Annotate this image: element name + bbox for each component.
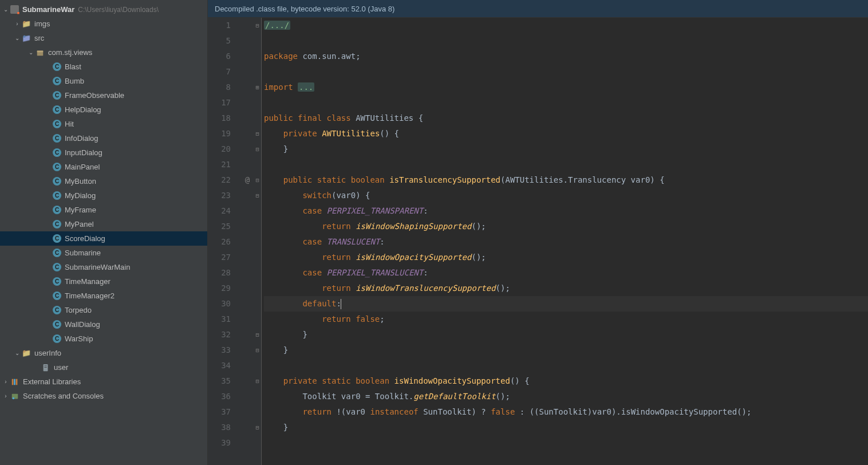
- gutter-marks[interactable]: @: [241, 18, 254, 465]
- class-label: Torpedo: [65, 306, 92, 314]
- class-icon: C: [53, 148, 61, 157]
- class-icon: C: [53, 263, 61, 271]
- chevron-down-icon[interactable]: ⌄: [14, 350, 21, 356]
- svg-rect-5: [12, 379, 14, 385]
- class-icon: C: [53, 320, 61, 329]
- tree-class-scoredialog[interactable]: CScoreDialog: [0, 231, 207, 246]
- code-editor[interactable]: 1567817181920212223242526272829303132333…: [208, 18, 868, 465]
- tree-external-libraries[interactable]: › External Libraries: [0, 375, 207, 389]
- folder-icon: [22, 34, 31, 43]
- class-label: Submarine: [65, 249, 101, 257]
- tree-class-mypanel[interactable]: CMyPanel: [0, 217, 207, 231]
- class-label: InfoDialog: [65, 134, 98, 143]
- chevron-right-icon[interactable]: ›: [14, 21, 21, 27]
- tree-class-timemanager[interactable]: CTimeManager: [0, 274, 207, 289]
- tree-class-mydialog[interactable]: CMyDialog: [0, 188, 207, 203]
- tree-class-infodialog[interactable]: CInfoDialog: [0, 131, 207, 145]
- tree-class-submarine[interactable]: CSubmarine: [0, 246, 207, 260]
- tree-file-user[interactable]: user: [0, 360, 207, 375]
- package-icon: [35, 48, 45, 57]
- class-icon: C: [53, 249, 61, 257]
- tree-class-warship[interactable]: CWarShip: [0, 332, 207, 346]
- svg-rect-6: [14, 379, 15, 385]
- class-icon: C: [53, 206, 61, 214]
- class-label: MyFrame: [65, 206, 96, 214]
- class-icon: C: [53, 105, 61, 114]
- tree-folder-imgs[interactable]: › imgs: [0, 17, 207, 31]
- class-icon: C: [53, 234, 61, 243]
- class-icon: C: [53, 191, 61, 200]
- class-label: WallDialog: [65, 320, 100, 329]
- tree-class-torpedo[interactable]: CTorpedo: [0, 303, 207, 317]
- line-number-gutter[interactable]: 1567817181920212223242526272829303132333…: [208, 18, 241, 465]
- tree-package[interactable]: ⌄ com.stj.views: [0, 45, 207, 60]
- project-name: SubmarineWar: [22, 5, 74, 14]
- class-icon: C: [53, 177, 61, 186]
- tree-folder-userinfo[interactable]: ⌄ userInfo: [0, 346, 207, 360]
- editor-pane: Decompiled .class file, bytecode version…: [208, 0, 868, 465]
- class-label: FrameObservable: [65, 91, 124, 100]
- decompile-notification: Decompiled .class file, bytecode version…: [208, 0, 868, 18]
- svg-point-9: [13, 397, 15, 399]
- svg-rect-7: [16, 379, 18, 385]
- tree-class-mainpanel[interactable]: CMainPanel: [0, 160, 207, 174]
- tree-class-bumb[interactable]: CBumb: [0, 74, 207, 88]
- svg-rect-1: [37, 50, 44, 52]
- chevron-right-icon[interactable]: ›: [2, 393, 9, 399]
- class-label: TimeManager: [65, 277, 111, 286]
- class-label: MyPanel: [65, 220, 94, 228]
- class-label: Hit: [65, 120, 74, 128]
- class-icon: C: [53, 77, 61, 85]
- class-label: Bumb: [65, 77, 84, 85]
- class-icon: C: [53, 291, 61, 300]
- tree-folder-src[interactable]: ⌄ src: [0, 31, 207, 45]
- class-icon: C: [53, 91, 61, 100]
- class-icon: C: [53, 334, 61, 343]
- class-label: WarShip: [65, 334, 93, 343]
- project-path: C:\Users\liuya\Downloads\: [78, 6, 159, 14]
- tree-class-blast[interactable]: CBlast: [0, 60, 207, 74]
- fold-gutter[interactable]: ⊟⊞⊟⊟⊟⊟⊟⊟⊟⊟: [254, 18, 262, 465]
- class-label: SubmarineWarMain: [65, 263, 130, 271]
- library-icon: [10, 377, 19, 387]
- class-icon: C: [53, 306, 61, 314]
- tree-scratches[interactable]: › Scratches and Consoles: [0, 389, 207, 403]
- tree-class-myframe[interactable]: CMyFrame: [0, 203, 207, 217]
- tree-class-frameobservable[interactable]: CFrameObservable: [0, 88, 207, 103]
- svg-rect-4: [44, 367, 46, 368]
- class-label: Blast: [65, 62, 81, 71]
- class-label: ScoreDialog: [65, 234, 105, 243]
- class-icon: C: [53, 163, 61, 171]
- class-icon: C: [53, 120, 61, 128]
- project-icon: [10, 5, 19, 14]
- chevron-down-icon[interactable]: ⌄: [2, 6, 9, 13]
- tree-class-mybutton[interactable]: CMyButton: [0, 174, 207, 188]
- tree-class-walldialog[interactable]: CWallDialog: [0, 317, 207, 332]
- class-label: TimeManager2: [65, 291, 115, 300]
- class-label: MyDialog: [65, 191, 96, 200]
- chevron-down-icon[interactable]: ⌄: [27, 49, 34, 56]
- class-label: MainPanel: [65, 163, 100, 171]
- scratch-icon: [10, 392, 19, 401]
- tree-class-submarinewarmain[interactable]: CSubmarineWarMain: [0, 260, 207, 274]
- class-icon: C: [53, 62, 61, 71]
- project-tree[interactable]: ⌄ SubmarineWar C:\Users\liuya\Downloads\…: [0, 0, 208, 465]
- svg-rect-3: [44, 365, 46, 366]
- tree-class-hit[interactable]: CHit: [0, 117, 207, 131]
- class-label: HelpDialog: [65, 105, 101, 114]
- file-icon: [41, 363, 50, 372]
- folder-icon: [22, 349, 31, 358]
- class-icon: C: [53, 134, 61, 143]
- class-icon: C: [53, 220, 61, 228]
- chevron-right-icon[interactable]: ›: [2, 379, 9, 385]
- class-icon: C: [53, 277, 61, 286]
- chevron-down-icon[interactable]: ⌄: [14, 35, 21, 41]
- project-root[interactable]: ⌄ SubmarineWar C:\Users\liuya\Downloads\: [0, 2, 207, 17]
- class-label: InputDialog: [65, 148, 102, 157]
- code-content[interactable]: /.../ package com.sun.awt; import ... pu…: [262, 18, 868, 465]
- tree-class-timemanager2[interactable]: CTimeManager2: [0, 289, 207, 303]
- tree-class-helpdialog[interactable]: CHelpDialog: [0, 103, 207, 117]
- class-label: MyButton: [65, 177, 96, 186]
- tree-class-inputdialog[interactable]: CInputDialog: [0, 145, 207, 160]
- folder-icon: [22, 19, 31, 29]
